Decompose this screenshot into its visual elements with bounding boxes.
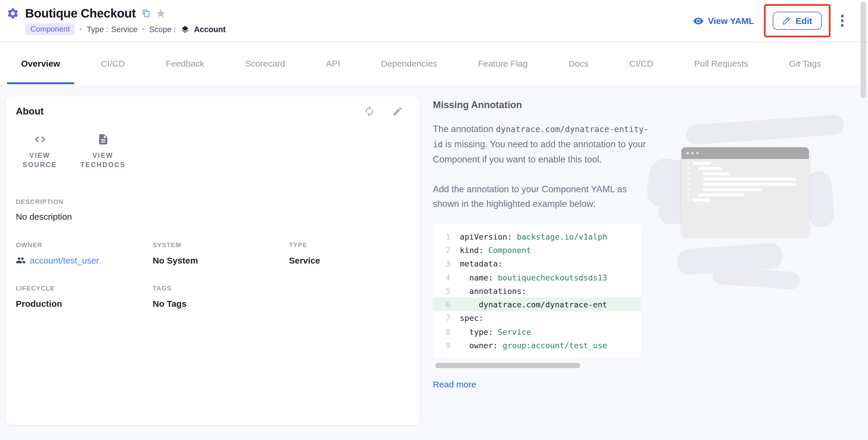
entity-tabbar: Overview CI/CD Feedback Scorecard API De…	[0, 42, 868, 85]
kind-badge: Component	[25, 23, 75, 35]
scope-value: Account	[194, 25, 226, 34]
code-line: 8 type: Service	[433, 325, 641, 339]
tab[interactable]: Pull Requests	[680, 42, 762, 85]
tab[interactable]: Feedback	[152, 42, 218, 85]
entity-meta-row: Component Type : Service Scope : Account	[25, 23, 226, 35]
about-fields: OWNER account/test_user SYSTEM No System	[16, 241, 406, 308]
view-techdocs-link[interactable]: VIEW TECHDOCS	[80, 133, 126, 169]
annotation-instruction: Add the annotation to your Component YAM…	[433, 182, 654, 211]
entity-page: Boutique Checkout Component Type : Servi…	[0, 0, 868, 440]
settings-gear-icon	[6, 7, 19, 20]
favorite-star-icon[interactable]	[156, 8, 166, 19]
description-label: DESCRIPTION	[16, 198, 406, 205]
view-source-link[interactable]: VIEW SOURCE	[17, 133, 63, 169]
type-meta: Type : Service	[87, 25, 137, 34]
separator-dot	[142, 28, 145, 30]
illustration-scribble	[685, 114, 844, 145]
code-window-illustration	[654, 113, 866, 323]
separator-dot	[80, 28, 82, 30]
edit-pencil-icon[interactable]	[392, 106, 403, 117]
code-line: 6 dynatrace.com/dynatrace-ent	[433, 298, 641, 311]
eye-icon	[693, 15, 704, 26]
panel-title: Missing Annotation	[433, 99, 866, 110]
layers-scope-icon	[181, 25, 189, 34]
copy-icon[interactable]	[142, 9, 150, 18]
tab[interactable]: Overview	[7, 42, 74, 85]
tab[interactable]: CI/CD	[615, 42, 668, 85]
page-title: Boutique Checkout	[25, 6, 136, 21]
yaml-code-block: 1apiVersion: backstage.io/v1alph 2kind: …	[433, 224, 641, 357]
code-line: 4 name: boutiquecheckoutsdsds13	[433, 271, 641, 284]
about-card: About VIEW SOURCE VIEW TECHDOCS DESCRIPT…	[6, 96, 420, 425]
scope-label: Scope :	[149, 25, 176, 34]
missing-annotation-panel: Missing Annotation The annotation dynatr…	[433, 96, 866, 389]
code-line: 5 annotations:	[433, 284, 641, 298]
people-icon	[16, 256, 26, 265]
about-field: SYSTEM No System	[153, 241, 289, 265]
pencil-icon	[782, 16, 791, 25]
docs-icon	[97, 133, 109, 145]
description-value: No description	[16, 211, 406, 222]
code-line: 3metadata:	[433, 257, 641, 271]
code-icon	[34, 133, 46, 145]
annotation-body: The annotation dynatrace.com/dynatrace-e…	[433, 122, 650, 167]
tab[interactable]: API	[312, 42, 354, 85]
code-horizontal-scrollbar[interactable]	[435, 363, 580, 368]
about-title: About	[16, 106, 43, 117]
refresh-icon[interactable]	[364, 106, 375, 117]
header-left: Boutique Checkout Component Type : Servi…	[6, 6, 226, 35]
about-field: TYPE Service	[289, 241, 406, 265]
illustration-titlebar	[681, 147, 809, 159]
view-yaml-link[interactable]: View YAML	[693, 15, 754, 26]
tab[interactable]: Feature Flag	[464, 42, 541, 85]
code-line: 2kind: Component	[433, 243, 641, 257]
about-field: TAGS No Tags	[153, 284, 289, 308]
tab[interactable]: Git Tags	[775, 42, 835, 85]
illustration-scribble	[712, 266, 801, 290]
edit-button[interactable]: Edit	[773, 12, 822, 30]
code-line: 7spec:	[433, 311, 641, 325]
code-line: 9 owner: group:account/test_use	[433, 339, 641, 352]
tab[interactable]: Dependencies	[367, 42, 451, 85]
tab[interactable]: CI/CD	[87, 42, 139, 85]
read-more-link[interactable]: Read more	[433, 379, 476, 389]
illustration-browser-window	[681, 147, 809, 236]
page-vertical-scrollbar[interactable]	[860, 1, 866, 98]
code-line: 1apiVersion: backstage.io/v1alph	[433, 230, 641, 243]
more-options-kebab-icon[interactable]	[838, 12, 846, 29]
page-header: Boutique Checkout Component Type : Servi…	[0, 0, 868, 42]
content-area: About VIEW SOURCE VIEW TECHDOCS DESCRIPT…	[0, 85, 868, 440]
illustration-scribble	[805, 170, 835, 229]
about-field: OWNER account/test_user	[16, 241, 153, 265]
tab[interactable]: Scorecard	[231, 42, 299, 85]
header-actions: View YAML Edit	[693, 4, 846, 37]
tab[interactable]: Docs	[555, 42, 602, 85]
about-field: LIFECYCLE Production	[16, 284, 153, 308]
red-annotation-box: Edit	[764, 4, 830, 37]
